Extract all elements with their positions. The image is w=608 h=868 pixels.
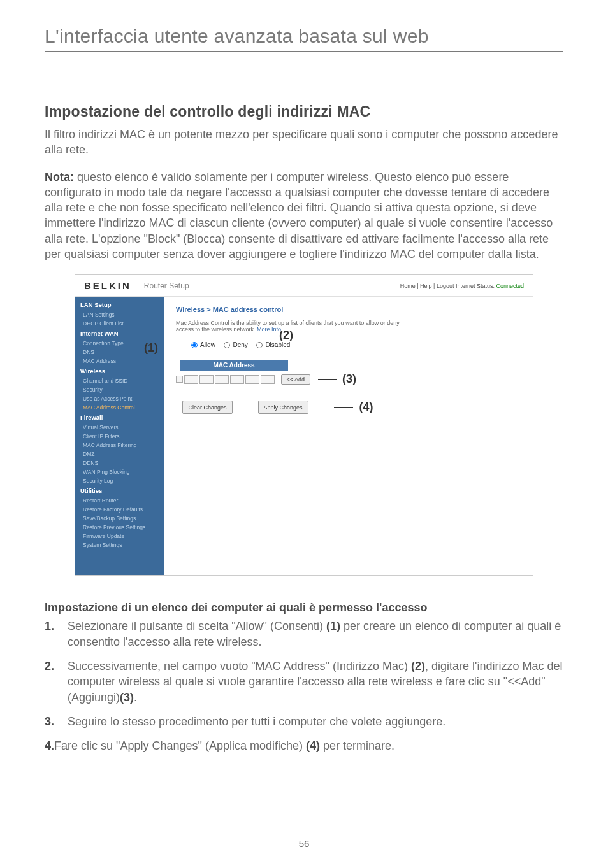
mac-input-row: << Add (3): [176, 371, 521, 388]
breadcrumb: Wireless > MAC address control: [176, 306, 521, 313]
nav-channel-ssid[interactable]: Channel and SSID: [75, 376, 164, 385]
clear-changes-button[interactable]: Clear Changes: [182, 401, 232, 414]
step-2-text: Successivamente, nel campo vuoto "MAC Ad…: [68, 658, 563, 705]
nav-security-log[interactable]: Security Log: [75, 476, 164, 485]
page-number: 56: [0, 838, 608, 849]
nav-restore-factory[interactable]: Restore Factory Defaults: [75, 505, 164, 514]
step-3: 3. Seguire lo stesso procedimento per tu…: [45, 714, 563, 729]
mac-cell-5[interactable]: [245, 375, 259, 384]
step-1-text: Selezionare il pulsante di scelta "Allow…: [68, 618, 563, 650]
annot-line-3: [318, 379, 337, 380]
nav-heading-wan: Internet WAN: [75, 328, 164, 339]
header-links[interactable]: Home | Help | Logout Internet Status:: [400, 283, 496, 289]
nav-dmz[interactable]: DMZ: [75, 450, 164, 459]
mac-cell-2[interactable]: [199, 375, 214, 384]
intro-paragraph: Il filtro indirizzi MAC è un potente mez…: [45, 127, 563, 158]
note-label: Nota:: [45, 171, 74, 183]
nav-heading-lan: LAN Setup: [75, 299, 164, 310]
step-3-text: Seguire lo stesso procedimento per tutti…: [68, 714, 563, 729]
radio-disabled[interactable]: [256, 342, 263, 348]
annotation-3: (3): [342, 373, 356, 386]
mac-cell-4[interactable]: [230, 375, 244, 384]
nav-save-backup[interactable]: Save/Backup Settings: [75, 514, 164, 523]
step-4: 4.Fare clic su "Apply Changes" (Applica …: [45, 738, 563, 753]
annot-line-4: [334, 407, 353, 408]
nav-mac-address[interactable]: MAC Address: [75, 357, 164, 366]
step-2-bold: (2): [411, 660, 425, 672]
step-2-tail2: .: [134, 691, 137, 704]
mac-cell-3[interactable]: [215, 375, 229, 384]
nav-firmware[interactable]: Firmware Update: [75, 532, 164, 541]
nav-lan-settings[interactable]: LAN Settings: [75, 310, 164, 319]
radio-deny[interactable]: [224, 342, 230, 348]
mac-description: Mac Address Control is the ability to se…: [176, 320, 418, 332]
apply-changes-button[interactable]: Apply Changes: [258, 401, 308, 414]
status-connected: Connected: [496, 283, 524, 289]
nav-system[interactable]: System Settings: [75, 541, 164, 550]
radio-deny-label: Deny: [233, 341, 247, 348]
router-screenshot: BELKIN Router Setup Home | Help | Logout…: [75, 274, 533, 576]
steps-list: 1. Selezionare il pulsante di scelta "Al…: [45, 618, 563, 729]
step-1: 1. Selezionare il pulsante di scelta "Al…: [45, 618, 563, 650]
annotation-2: (2): [279, 329, 293, 342]
sub-section-title: Impostazione di un elenco dei computer a…: [45, 601, 563, 615]
mac-cell-1[interactable]: [184, 375, 198, 384]
step-4-num: 4.: [45, 739, 54, 752]
ss-main: Wireless > MAC address control Mac Addre…: [164, 297, 533, 575]
step-4-tail: per terminare.: [320, 739, 394, 752]
annotation-4: (4): [359, 401, 373, 414]
step-1-bold: (1): [326, 620, 340, 632]
nav-restore-prev[interactable]: Restore Previous Settings: [75, 523, 164, 532]
note-paragraph: Nota: questo elenco è valido solamente p…: [45, 169, 563, 262]
ss-header: BELKIN Router Setup Home | Help | Logout…: [75, 275, 533, 297]
step-3-num: 3.: [45, 714, 68, 729]
nav-restart[interactable]: Restart Router: [75, 496, 164, 505]
sidebar: LAN Setup LAN Settings DHCP Client List …: [75, 297, 164, 575]
mac-table: MAC Address << Add: [176, 360, 521, 388]
router-setup-label: Router Setup: [144, 281, 189, 290]
header-right: Home | Help | Logout Internet Status: Co…: [400, 283, 524, 289]
step-1-num: 1.: [45, 618, 68, 650]
mac-address-header: MAC Address: [180, 360, 288, 371]
nav-heading-wireless: Wireless: [75, 366, 164, 376]
mac-cell-6[interactable]: [261, 375, 275, 384]
step-4-bold: (4): [306, 739, 320, 752]
note-body: questo elenco è valido solamente per i c…: [45, 171, 553, 260]
nav-virtual-servers[interactable]: Virtual Servers: [75, 423, 164, 432]
step-1-pre: Selezionare il pulsante di scelta "Allow…: [68, 620, 326, 632]
mac-checkbox[interactable]: [176, 376, 183, 383]
radio-disabled-label: Disabled: [265, 341, 290, 348]
section-title: Impostazione del controllo degli indiriz…: [45, 103, 563, 120]
action-buttons: Clear Changes Apply Changes (4): [176, 401, 380, 414]
nav-mac-control[interactable]: MAC Address Control: [75, 403, 164, 412]
belkin-logo: BELKIN: [84, 280, 131, 291]
step-4-pre: Fare clic su "Apply Changes" (Applica mo…: [54, 739, 306, 752]
nav-mac-filtering[interactable]: MAC Address Filtering: [75, 441, 164, 450]
annotation-1: (1): [144, 341, 158, 355]
step-2-bold2: (3): [120, 691, 134, 704]
nav-client-ip[interactable]: Client IP Filters: [75, 432, 164, 441]
nav-access-point[interactable]: Use as Access Point: [75, 394, 164, 403]
radio-allow-label: Allow: [200, 341, 215, 348]
page-header: L'interfaccia utente avanzata basata sul…: [45, 25, 563, 52]
screenshot-container: BELKIN Router Setup Home | Help | Logout…: [45, 274, 563, 576]
nav-wan-ping[interactable]: WAN Ping Blocking: [75, 467, 164, 476]
add-button[interactable]: << Add: [281, 374, 311, 385]
nav-heading-utilities: Utilities: [75, 485, 164, 496]
step-2: 2. Successivamente, nel campo vuoto "MAC…: [45, 658, 563, 705]
nav-ddns[interactable]: DDNS: [75, 459, 164, 467]
step-2-pre: Successivamente, nel campo vuoto "MAC Ad…: [68, 660, 411, 672]
more-info-link[interactable]: More Info: [257, 326, 281, 332]
radio-group: Allow Deny Disabled: [176, 341, 521, 348]
step-2-num: 2.: [45, 658, 68, 705]
radio-allow[interactable]: [191, 342, 198, 348]
nav-dhcp-client[interactable]: DHCP Client List: [75, 319, 164, 328]
nav-security[interactable]: Security: [75, 385, 164, 394]
nav-heading-firewall: Firewall: [75, 412, 164, 423]
